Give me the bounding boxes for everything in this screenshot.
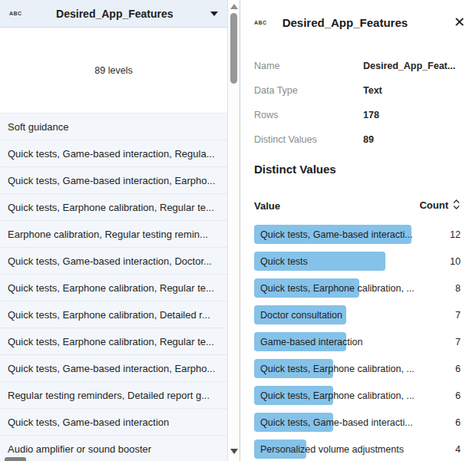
list-item-label: Quick tests, Game-based interaction, Doc… [8, 255, 212, 267]
horizontal-scrollbar-thumb[interactable] [5, 457, 26, 461]
distinct-value-label: Quick tests [254, 256, 308, 267]
distinct-value-count: 7 [455, 310, 461, 321]
metadata-label: Rows [254, 110, 363, 120]
distinct-value-label: Game-based interaction [254, 337, 362, 347]
list-item-label: Quick tests, Earphone calibration, Regul… [8, 202, 214, 213]
metadata-value: Text [363, 85, 382, 96]
vertical-scrollbar-thumb[interactable] [230, 13, 237, 84]
text-type-icon: ABC [9, 11, 22, 16]
list-item[interactable]: Quick tests, Game-based interaction, Ear… [0, 354, 227, 381]
metadata-row: Data Type Text [254, 78, 461, 103]
distinct-value-row[interactable]: Doctor consultation 7 [240, 301, 476, 328]
distinct-value-count: 8 [455, 283, 461, 294]
column-profile-app: ABC Desired_App_Features 89 levels Soft … [0, 0, 476, 461]
metadata-label: Data Type [254, 85, 363, 96]
sort-icon[interactable] [452, 199, 461, 212]
distinct-value-label: Quick tests, Earphone calibration, ... [254, 364, 415, 374]
distinct-value-count: 4 [455, 444, 461, 455]
metadata-label: Distinct Values [254, 134, 363, 145]
metadata-row: Name Desired_App_Feat... [254, 54, 461, 78]
distinct-value-row[interactable]: Game-based interaction 7 [240, 328, 476, 355]
list-item-label: Audio amplifier or sound booster [8, 443, 151, 455]
distinct-values-table-header: Value Count [240, 199, 476, 212]
detail-panel-header: ABC Desired_App_Features ✕ [240, 11, 476, 34]
distinct-value-row[interactable]: Quick tests, Earphone calibration, ... 8 [240, 275, 476, 301]
close-icon[interactable]: ✕ [454, 15, 465, 29]
column-detail-panel: ABC Desired_App_Features ✕ Name Desired_… [240, 0, 476, 461]
metadata-value: Desired_App_Feat... [363, 61, 455, 71]
count-column-header[interactable]: Count [419, 199, 461, 212]
list-item-label: Earphone calibration, Regular testing re… [8, 229, 208, 240]
distinct-value-row[interactable]: Quick tests, Game-based interacti... 12 [240, 221, 476, 248]
list-item-label: Soft guidance [8, 121, 69, 133]
list-item[interactable]: Quick tests, Game-based interaction, Reg… [0, 140, 227, 166]
list-item-label: Quick tests, Game-based interaction [8, 417, 169, 428]
distinct-value-count: 10 [450, 256, 461, 267]
caret-down-icon[interactable] [210, 12, 218, 16]
distinct-value-label: Doctor consultation [254, 310, 342, 321]
scroll-up-icon[interactable] [230, 4, 238, 9]
list-item[interactable]: Quick tests, Earphone calibration, Regul… [0, 193, 227, 220]
distinct-value-label: Quick tests, Game-based interacti... [254, 229, 413, 240]
distinct-value-row[interactable]: Quick tests, Game-based interacti... 6 [240, 409, 476, 436]
list-item-label: Regular testing reminders, Detailed repo… [8, 390, 210, 401]
distinct-value-row[interactable]: Quick tests, Earphone calibration, ... 6 [240, 382, 476, 409]
distinct-value-count: 6 [455, 417, 461, 428]
list-item[interactable]: Quick tests, Earphone calibration, Regul… [0, 328, 227, 354]
metadata-row: Distinct Values 89 [254, 127, 461, 152]
distinct-value-label: Quick tests, Game-based interacti... [254, 417, 413, 428]
list-item[interactable]: Quick tests, Game-based interaction [0, 408, 227, 435]
column-panel: ABC Desired_App_Features 89 levels Soft … [0, 0, 227, 461]
list-item[interactable]: Quick tests, Earphone calibration, Regul… [0, 274, 227, 301]
column-title: Desired_App_Features [22, 8, 207, 20]
distinct-values-section-title: Distinct Values [254, 163, 476, 176]
list-item-label: Quick tests, Game-based interaction, Reg… [8, 148, 215, 160]
distinct-value-count: 6 [455, 390, 461, 401]
metadata-label: Name [254, 61, 363, 71]
distinct-value-label: Personalized volume adjustments [254, 444, 404, 455]
list-item[interactable]: Quick tests, Game-based interaction, Doc… [0, 247, 227, 274]
list-item[interactable]: Audio amplifier or sound booster [0, 435, 227, 461]
distinct-value-row[interactable]: Personalized volume adjustments 4 [240, 436, 476, 461]
distinct-value-count: 12 [450, 229, 461, 240]
distinct-value-label: Quick tests, Earphone calibration, ... [254, 390, 415, 401]
distinct-values-table: Quick tests, Game-based interacti... 12 … [240, 221, 476, 461]
list-item[interactable]: Quick tests, Earphone calibration, Detai… [0, 301, 227, 328]
list-item-label: Quick tests, Earphone calibration, Regul… [8, 336, 214, 347]
distinct-value-count: 6 [455, 364, 461, 374]
distinct-value-label: Quick tests, Earphone calibration, ... [254, 283, 415, 294]
list-item-label: Quick tests, Earphone calibration, Detai… [8, 309, 210, 321]
list-item-label: Quick tests, Game-based interaction, Ear… [8, 175, 215, 186]
list-item[interactable]: Soft guidance [0, 113, 227, 140]
detail-panel-title: Desired_App_Features [283, 16, 408, 29]
list-item-label: Quick tests, Earphone calibration, Regul… [8, 282, 214, 294]
value-column-header: Value [254, 200, 280, 212]
levels-summary: 89 levels [0, 28, 227, 113]
text-type-icon: ABC [254, 20, 267, 25]
distinct-value-row[interactable]: Quick tests 10 [240, 248, 476, 275]
scroll-down-icon[interactable] [230, 449, 238, 454]
list-item[interactable]: Earphone calibration, Regular testing re… [0, 220, 227, 247]
metadata-row: Rows 178 [254, 103, 461, 127]
distinct-value-count: 7 [455, 337, 461, 347]
distinct-value-row[interactable]: Quick tests, Earphone calibration, ... 6 [240, 355, 476, 382]
column-value-list: Soft guidance Quick tests, Game-based in… [0, 113, 227, 461]
vertical-scrollbar[interactable] [227, 0, 240, 461]
metadata-value: 89 [363, 134, 374, 145]
column-header[interactable]: ABC Desired_App_Features [0, 0, 227, 28]
list-item[interactable]: Quick tests, Game-based interaction, Ear… [0, 166, 227, 193]
list-item-label: Quick tests, Game-based interaction, Ear… [8, 363, 215, 374]
column-metadata: Name Desired_App_Feat... Data Type Text … [240, 54, 476, 152]
metadata-value: 178 [363, 110, 379, 120]
levels-summary-text: 89 levels [94, 65, 132, 76]
list-item[interactable]: Regular testing reminders, Detailed repo… [0, 381, 227, 408]
count-header-label: Count [419, 199, 448, 211]
